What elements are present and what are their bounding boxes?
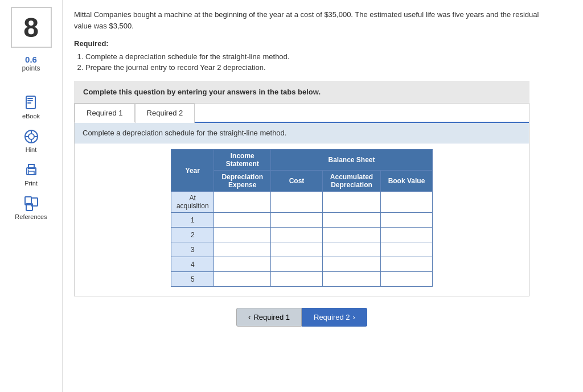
input-cost-2[interactable] <box>276 231 318 239</box>
cell-cost-4[interactable] <box>271 257 323 272</box>
hint-icon <box>23 129 39 145</box>
prev-arrow: ‹ <box>248 313 251 321</box>
input-dep-exp-3[interactable] <box>219 246 266 254</box>
print-label: Print <box>24 180 38 187</box>
main-content: Mittal Companies bought a machine at the… <box>63 0 583 392</box>
input-book-val-2[interactable] <box>385 231 428 239</box>
next-label: Required 2 <box>314 313 350 321</box>
tab-content: Complete a depreciation schedule for the… <box>75 123 529 296</box>
tab-instruction: Complete a depreciation schedule for the… <box>75 123 529 143</box>
prev-label: Required 1 <box>253 313 290 321</box>
cell-year-acquisition: At acquisition <box>171 192 214 213</box>
cell-dep-exp-acquisition[interactable] <box>214 192 271 213</box>
table-row-2: 2 <box>171 228 433 242</box>
references-button[interactable]: References <box>9 191 54 225</box>
col-header-cost: Cost <box>271 171 323 192</box>
cell-dep-exp-2[interactable] <box>214 228 271 242</box>
col-header-book-val: Book Value <box>380 171 432 192</box>
cell-cost-acquisition[interactable] <box>271 192 323 213</box>
svg-rect-3 <box>27 102 31 104</box>
cell-cost-3[interactable] <box>271 242 323 257</box>
cell-year-2: 2 <box>171 228 214 242</box>
cell-book-val-1[interactable] <box>380 213 432 228</box>
nav-prev-button[interactable]: ‹ Required 1 <box>236 308 302 327</box>
input-book-val-1[interactable] <box>385 216 428 224</box>
cell-dep-exp-5[interactable] <box>214 272 271 287</box>
cell-dep-exp-1[interactable] <box>214 213 271 228</box>
input-dep-exp-1[interactable] <box>219 216 266 224</box>
input-cost-4[interactable] <box>276 261 318 269</box>
table-row-3: 3 <box>171 242 433 257</box>
cell-acc-dep-2[interactable] <box>323 228 381 242</box>
cell-book-val-4[interactable] <box>380 257 432 272</box>
input-cost-3[interactable] <box>276 246 318 254</box>
input-cost-1[interactable] <box>276 216 318 224</box>
cell-acc-dep-5[interactable] <box>323 272 381 287</box>
cell-cost-2[interactable] <box>271 228 323 242</box>
references-label: References <box>15 213 47 220</box>
print-button[interactable]: Print <box>9 158 54 191</box>
input-acc-dep-2[interactable] <box>327 231 376 239</box>
input-book-val-4[interactable] <box>385 261 428 269</box>
cell-cost-1[interactable] <box>271 213 323 228</box>
col-header-dep-exp: DepreciationExpense <box>214 171 271 192</box>
svg-point-13 <box>28 170 29 171</box>
input-dep-exp-5[interactable] <box>219 275 266 283</box>
instruction-banner: Complete this question by entering your … <box>74 81 529 103</box>
col-header-income-statement: IncomeStatement <box>214 150 271 171</box>
input-acc-dep-1[interactable] <box>327 216 376 224</box>
input-acc-dep-5[interactable] <box>327 275 376 283</box>
question-number: 8 <box>23 12 39 43</box>
depreciation-table-wrapper: Year IncomeStatement Balance Sheet Depre… <box>75 143 529 296</box>
cell-book-val-2[interactable] <box>380 228 432 242</box>
ebook-label: eBook <box>22 113 40 119</box>
input-cost-5[interactable] <box>276 275 318 283</box>
input-acc-dep-3[interactable] <box>327 246 376 254</box>
cell-book-val-acquisition[interactable] <box>380 192 432 213</box>
col-header-balance-sheet: Balance Sheet <box>271 150 433 171</box>
ebook-icon <box>23 95 39 111</box>
tab-required-2[interactable]: Required 2 <box>135 104 195 123</box>
table-row-acquisition: At acquisition <box>171 192 433 213</box>
tabs-container: Required 1 Required 2 Complete a depreci… <box>74 103 529 296</box>
cell-year-4: 4 <box>171 257 214 272</box>
cell-acc-dep-acquisition[interactable] <box>323 192 381 213</box>
hint-button[interactable]: Hint <box>9 124 54 158</box>
depreciation-table: Year IncomeStatement Balance Sheet Depre… <box>171 149 433 287</box>
required-item-2: Prepare the journal entry to record Year… <box>85 63 572 72</box>
svg-point-5 <box>28 134 34 139</box>
cell-year-5: 5 <box>171 272 214 287</box>
input-dep-exp-4[interactable] <box>219 261 266 269</box>
input-book-val-5[interactable] <box>385 275 428 283</box>
input-book-val-acquisition[interactable] <box>385 198 428 206</box>
input-book-val-3[interactable] <box>385 246 428 254</box>
next-arrow: › <box>353 313 355 321</box>
cell-cost-5[interactable] <box>271 272 323 287</box>
cell-acc-dep-1[interactable] <box>323 213 381 228</box>
input-dep-exp-2[interactable] <box>219 231 266 239</box>
col-header-acc-dep: AccumulatedDepreciation <box>323 171 381 192</box>
table-row-1: 1 <box>171 213 433 228</box>
cell-dep-exp-3[interactable] <box>214 242 271 257</box>
cell-book-val-5[interactable] <box>380 272 432 287</box>
cell-acc-dep-3[interactable] <box>323 242 381 257</box>
input-acc-dep-acquisition[interactable] <box>327 198 376 206</box>
nav-next-button[interactable]: Required 2 › <box>302 308 367 327</box>
table-row-5: 5 <box>171 272 433 287</box>
input-dep-exp-acquisition[interactable] <box>219 198 266 206</box>
cell-acc-dep-4[interactable] <box>323 257 381 272</box>
ebook-button[interactable]: eBook <box>9 90 54 124</box>
points-label: points <box>22 64 40 72</box>
cell-dep-exp-4[interactable] <box>214 257 271 272</box>
input-cost-acquisition[interactable] <box>276 198 318 206</box>
points-value: 0.6 <box>25 55 37 64</box>
col-header-year: Year <box>171 150 214 192</box>
hint-label: Hint <box>26 146 37 153</box>
references-icon <box>23 196 39 212</box>
input-acc-dep-4[interactable] <box>327 261 376 269</box>
cell-book-val-3[interactable] <box>380 242 432 257</box>
tab-required-1[interactable]: Required 1 <box>75 104 135 123</box>
required-item-1: Complete a depreciation schedule for the… <box>85 52 572 61</box>
table-row-4: 4 <box>171 257 433 272</box>
print-icon <box>23 162 39 178</box>
